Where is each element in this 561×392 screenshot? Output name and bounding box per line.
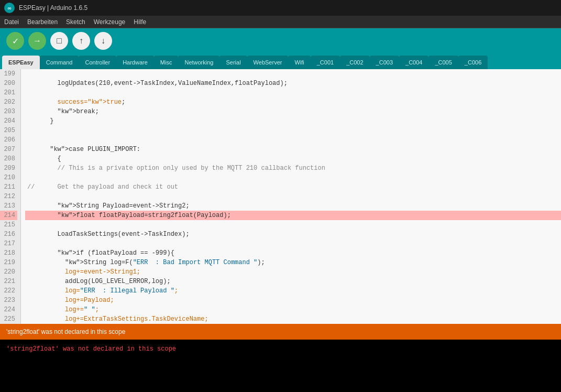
upload-button[interactable]: → — [28, 32, 46, 50]
code-line-219: "kw">String log=F("ERR : Bad Import MQTT… — [25, 258, 561, 267]
tab-command[interactable]: Command — [40, 56, 79, 69]
code-line-223: log+=Payload; — [25, 296, 561, 305]
tab-_c001[interactable]: _C001 — [311, 56, 340, 69]
code-line-206 — [25, 135, 561, 145]
code-line-203: "kw">break; — [25, 107, 561, 116]
menu-item-datei[interactable]: Datei — [4, 18, 19, 26]
tab-wifi[interactable]: Wifi — [288, 56, 310, 69]
tab-webserver[interactable]: WebServer — [247, 56, 289, 69]
tab-_c003[interactable]: _C003 — [370, 56, 399, 69]
tab-_c002[interactable]: _C002 — [340, 56, 369, 69]
code-line-224: log+=" "; — [25, 305, 561, 314]
tab-_c004[interactable]: _C004 — [399, 56, 428, 69]
tab-hardware[interactable]: Hardware — [116, 56, 154, 69]
window-title: ESPEasy | Arduino 1.6.5 — [19, 4, 87, 12]
code-line-211: // Get the payload and check it out — [25, 182, 561, 192]
verify-button[interactable]: ✓ — [6, 32, 24, 50]
error-message: 'string2float' was not declared in this … — [6, 328, 125, 335]
code-content[interactable]: logUpdates(210,event->TaskIndex,ValueNam… — [21, 69, 561, 324]
code-line-215 — [25, 220, 561, 230]
code-line-220: log+=event->String1; — [25, 267, 561, 277]
tab-_c006[interactable]: _C006 — [458, 56, 488, 69]
tab-controller[interactable]: Controller — [79, 56, 116, 69]
code-line-200: logUpdates(210,event->TaskIndex,ValueNam… — [25, 79, 561, 88]
code-editor[interactable]: 1992002012022032042052062072082092102112… — [0, 69, 561, 324]
menu-item-werkzeuge[interactable]: Werkzeuge — [94, 18, 125, 26]
code-line-217 — [25, 239, 561, 248]
tab-networking[interactable]: Networking — [178, 56, 219, 69]
code-line-209: // This is a private option only used by… — [25, 164, 561, 173]
open-button[interactable]: ↑ — [72, 32, 90, 50]
menu-item-sketch[interactable]: Sketch — [66, 18, 85, 26]
code-line-214: "kw">float floatPayload=string2float(Pay… — [25, 211, 561, 220]
code-line-216: LoadTaskSettings(event->TaskIndex); — [25, 230, 561, 239]
menu-item-hilfe[interactable]: Hilfe — [134, 18, 146, 26]
code-line-222: log="ERR : Illegal Payload "; — [25, 286, 561, 296]
error-bar: 'string2float' was not declared in this … — [0, 324, 561, 340]
console-output: 'string2float' was not declared in this … — [0, 340, 561, 392]
code-line-213: "kw">String Payload=event->String2; — [25, 201, 561, 211]
code-line-208: { — [25, 154, 561, 164]
menu-bar: DateiBearbeitenSketchWerkzeugeHilfe — [0, 16, 561, 28]
code-line-218: "kw">if (floatPayload == -999){ — [25, 248, 561, 258]
tab-_c005[interactable]: _C005 — [428, 56, 458, 69]
new-button[interactable]: □ — [50, 32, 68, 50]
code-line-207: "kw">case PLUGIN_IMPORT: — [25, 145, 561, 154]
code-line-199 — [25, 69, 561, 79]
save-button[interactable]: ↓ — [94, 32, 112, 50]
code-line-201 — [25, 88, 561, 97]
menu-item-bearbeiten[interactable]: Bearbeiten — [27, 18, 58, 26]
title-bar: ∞ ESPEasy | Arduino 1.6.5 — [0, 0, 561, 16]
tab-serial[interactable]: Serial — [219, 56, 247, 69]
tab-espeasy[interactable]: ESPEasy — [2, 56, 40, 69]
tab-bar: ESPEasyCommandControllerHardwareMiscNetw… — [0, 53, 561, 69]
toolbar: ✓ → □ ↑ ↓ — [0, 28, 561, 53]
code-line-212 — [25, 192, 561, 201]
code-line-225: log+=ExtraTaskSettings.TaskDeviceName; — [25, 314, 561, 324]
code-line-204: } — [25, 116, 561, 126]
tab-misc[interactable]: Misc — [154, 56, 179, 69]
app-logo: ∞ — [4, 3, 15, 13]
console-line: 'string2float' was not declared in this … — [6, 344, 555, 354]
code-line-210 — [25, 173, 561, 182]
code-line-205 — [25, 126, 561, 135]
code-line-202: success="kw">true; — [25, 97, 561, 107]
line-numbers: 1992002012022032042052062072082092102112… — [0, 69, 21, 324]
code-line-221: addLog(LOG_LEVEL_ERROR,log); — [25, 277, 561, 286]
